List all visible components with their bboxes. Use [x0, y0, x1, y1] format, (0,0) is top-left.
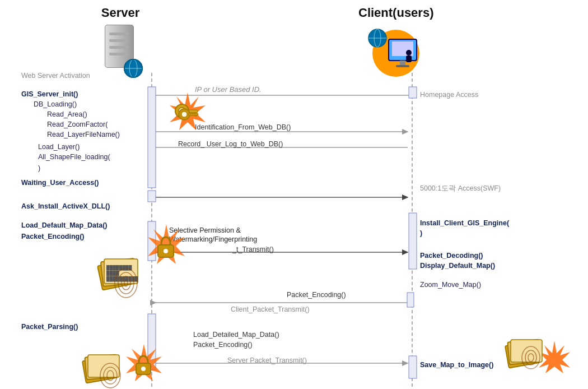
label-all-shapefile: All_ShapeFile_loading(: [38, 152, 110, 163]
svg-rect-38: [409, 356, 417, 378]
svg-point-69: [107, 371, 114, 381]
svg-rect-73: [511, 340, 542, 362]
label-display-default-map: Display_Default_Map(): [420, 261, 495, 271]
svg-rect-66: [88, 355, 119, 377]
svg-rect-65: [85, 355, 118, 380]
label-read-area: Read_Area(): [47, 110, 87, 120]
svg-rect-5: [109, 53, 129, 55]
svg-point-59: [122, 276, 130, 290]
svg-rect-42: [186, 110, 198, 113]
label-load-layer: Load_Layer(): [38, 142, 80, 152]
svg-rect-72: [507, 340, 540, 365]
save-sticker: [504, 335, 571, 380]
label-5000-access: 5000:1도곽 Access(SWF): [420, 184, 501, 194]
label-homepage-access: Homepage Access: [420, 90, 478, 100]
svg-rect-53: [104, 259, 138, 284]
svg-point-74: [522, 346, 540, 369]
svg-point-57: [115, 268, 137, 298]
label-read-layerfilename: Read_LayerFileName(): [47, 130, 120, 140]
svg-point-46: [181, 112, 187, 117]
svg-rect-19: [406, 55, 412, 62]
label-close-paren: ): [38, 164, 40, 174]
svg-point-41: [179, 108, 185, 114]
arrows-layer: [0, 0, 588, 389]
label-ask-install-activex: Ask_Install_ActiveX_DLL(): [21, 202, 110, 212]
svg-marker-61: [126, 344, 162, 381]
server-lifeline: [151, 73, 152, 387]
client-lifeline: [412, 73, 413, 387]
svg-rect-62: [136, 363, 151, 374]
svg-point-68: [104, 367, 117, 384]
svg-rect-52: [101, 258, 137, 286]
svg-text:████: ████: [106, 270, 119, 276]
label-zoom-move-map: Zoom_Move_Map(): [420, 280, 481, 290]
svg-rect-30: [407, 293, 414, 307]
svg-point-45: [179, 109, 190, 120]
client-icon: [365, 22, 427, 78]
svg-rect-17: [396, 65, 409, 67]
label-read-zoomfactor: Read_ZoomFactor(: [47, 120, 108, 130]
label-web-server-activation: Web Server Activation: [21, 71, 90, 81]
actor-server: Server: [95, 6, 146, 78]
svg-text:██████████: ██████████: [106, 276, 138, 282]
svg-point-50: [164, 249, 168, 253]
label-selective-permission: Selective Permission &: [169, 226, 241, 234]
label-packet-encoding-lower: Packet_Encoding(): [193, 341, 253, 349]
label-install-client-gis: Install_Client_GIS_Engine(: [420, 219, 509, 229]
label-db-loading: DB_Loading(): [34, 100, 77, 110]
svg-point-40: [175, 104, 189, 118]
svg-rect-71: [505, 340, 540, 368]
svg-text:████████: ████████: [106, 265, 132, 271]
label-gis-server-init: GIS_Server_init(): [21, 90, 78, 100]
svg-point-58: [118, 272, 134, 294]
label-packet-parsing: Packet_Parsing(): [21, 322, 78, 332]
svg-rect-51: [97, 259, 136, 290]
svg-point-63: [141, 367, 146, 371]
svg-rect-37: [409, 213, 417, 269]
svg-point-75: [525, 350, 536, 365]
diagram: Server Client(users): [0, 0, 588, 389]
svg-rect-4: [109, 46, 129, 49]
svg-rect-43: [194, 113, 197, 116]
money-sticker-lower: [81, 350, 126, 389]
money-sticker-upper: ████████ ████ ██████████: [95, 252, 146, 303]
label-save-map: Save_Map_to_Image(): [420, 360, 493, 371]
label-packet-encoding-srv: Packet_Encoding(): [21, 232, 85, 242]
label-identification: Identification_From_Web_DB(): [195, 123, 291, 131]
actor-client: Client(users): [358, 6, 433, 78]
svg-rect-3: [109, 39, 129, 42]
label-record-user-log: Record_ User_Log_to_Web_DB(): [178, 140, 283, 148]
svg-marker-70: [539, 341, 570, 373]
lock-explosion-lower: [120, 342, 168, 387]
svg-rect-64: [82, 355, 117, 383]
label-packet-decoding: Packet_Decoding(): [420, 251, 483, 261]
svg-rect-47: [188, 113, 198, 115]
label-client-packet-transmit: Client_Packet_Transmit(): [231, 305, 310, 313]
svg-point-18: [406, 50, 412, 55]
label-load-detailed: Load_Detailed_Map_Data(): [193, 331, 279, 339]
svg-point-60: [124, 280, 128, 286]
svg-rect-36: [409, 87, 417, 98]
label-install-client-gis-close: ): [420, 229, 422, 239]
server-label: Server: [101, 6, 140, 20]
label-load-default-map: Load_Default_Map_Data(): [21, 221, 108, 231]
label-waiting-user-access: Waiting_User_Access(): [21, 178, 99, 188]
svg-rect-2: [109, 33, 129, 35]
label-ip-user-id: IP or User Based ID.: [195, 85, 262, 94]
label-t-transmit: _t_Transmit(): [232, 246, 274, 253]
svg-point-76: [528, 354, 534, 362]
svg-rect-44: [190, 113, 193, 115]
svg-rect-49: [158, 245, 174, 257]
label-packet-encoding-mid: Packet_Encoding(): [287, 291, 346, 299]
server-icon: [95, 22, 146, 78]
client-label: Client(users): [358, 6, 433, 20]
label-server-packet-transmit: Server Packet_Transmit(): [227, 356, 307, 364]
label-watermarking: Watermarking/Fingerprinting: [169, 235, 257, 243]
svg-point-67: [100, 363, 120, 388]
svg-rect-16: [400, 61, 405, 65]
